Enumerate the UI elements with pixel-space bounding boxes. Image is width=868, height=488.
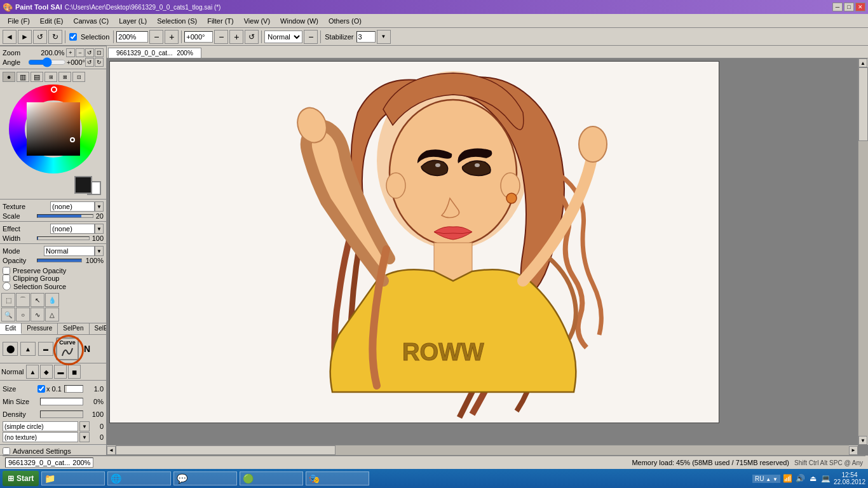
effect-arrow[interactable]: ▼ — [95, 224, 104, 234]
toolbar-rotate-cw[interactable]: ↻ — [48, 30, 62, 44]
tool-select-lasso[interactable]: ⌒ — [16, 293, 30, 307]
tray-sound[interactable]: 🔊 — [796, 473, 806, 484]
vscroll-track[interactable] — [858, 67, 868, 436]
brush-type-a[interactable]: ▲ — [26, 365, 39, 379]
tray-network[interactable]: 📶 — [783, 473, 793, 484]
menu-filter[interactable]: Filter (T) — [202, 16, 239, 26]
menu-view[interactable]: View (V) — [239, 16, 275, 26]
mode-arrow[interactable]: ▼ — [95, 246, 104, 256]
vscroll-up-btn[interactable]: ▲ — [858, 58, 867, 67]
zoom-reset-btn[interactable]: ↺ — [85, 48, 94, 57]
hscroll-thumb[interactable] — [116, 445, 336, 455]
texture-value[interactable]: (none) — [50, 201, 95, 212]
mode-minus[interactable]: − — [304, 30, 318, 44]
pen-tab-selpen[interactable]: SelPen — [58, 323, 89, 334]
color-mode-s[interactable]: ▤ — [31, 72, 43, 82]
tool-move[interactable]: ↖ — [31, 293, 44, 307]
color-mode-g2[interactable]: ⊠ — [58, 72, 71, 82]
zoom-out-btn[interactable]: − — [76, 48, 85, 57]
pen-tab-seleras[interactable]: SelEras — [90, 323, 107, 334]
brush-type-c[interactable]: ▬ — [54, 365, 67, 379]
stabilizer-dropdown[interactable]: ▼ — [377, 30, 391, 44]
stabilizer-input[interactable] — [356, 31, 376, 43]
menu-file[interactable]: File (F) — [3, 16, 35, 26]
file-status-box[interactable]: 9661329_0_0_cat... 200% — [5, 458, 93, 468]
tool-brush[interactable]: ∿ — [31, 308, 44, 322]
taskbar-icq[interactable]: 🟢 — [240, 471, 303, 485]
main-canvas[interactable]: ROWW — [109, 61, 719, 423]
zoom-minus[interactable]: − — [149, 30, 163, 44]
no-texture-arrow[interactable]: ▼ — [79, 432, 90, 442]
menu-others[interactable]: Others (O) — [323, 16, 367, 26]
curve-tool-btn[interactable]: Curve — [56, 337, 79, 360]
color-mode-h[interactable]: ▥ — [17, 72, 29, 82]
simple-circle-arrow[interactable]: ▼ — [79, 421, 90, 431]
minsize-slider[interactable] — [40, 398, 83, 405]
taskbar-time[interactable]: 12:54 22.08.2012 — [834, 471, 865, 485]
menu-window[interactable]: Window (W) — [275, 16, 323, 26]
zoom-in-btn[interactable]: + — [66, 48, 75, 57]
brush-type-d[interactable]: ◼ — [68, 365, 81, 379]
maximize-button[interactable]: □ — [844, 3, 854, 11]
hscroll-track[interactable] — [116, 445, 849, 455]
size-slider[interactable] — [64, 385, 83, 393]
density-slider[interactable] — [40, 410, 83, 418]
selection-checkbox[interactable] — [69, 33, 77, 41]
width-slider[interactable] — [37, 236, 90, 240]
taskbar-explorer[interactable]: 📁 — [41, 471, 105, 485]
tray-misc[interactable]: 💻 — [821, 473, 831, 484]
tool-eraser[interactable]: △ — [45, 308, 59, 322]
pen-icon-flat[interactable]: ▬ — [38, 342, 53, 356]
fg-color[interactable] — [74, 176, 92, 194]
toolbar-rotate-ccw[interactable]: ↺ — [33, 30, 47, 44]
brush-type-b[interactable]: ◆ — [40, 365, 53, 379]
mode-value[interactable]: Normal — [44, 246, 95, 256]
rotation-input[interactable] — [184, 31, 213, 43]
toolbar-back-btn[interactable]: ◄ — [3, 30, 17, 44]
taskbar-start-button[interactable]: ⊞ Start — [3, 471, 39, 486]
effect-dropdown[interactable]: (none) ▼ — [50, 224, 104, 234]
advanced-settings-checkbox[interactable] — [3, 447, 10, 455]
mode-select[interactable]: Normal — [264, 30, 302, 43]
pen-icon-tip[interactable]: ▲ — [20, 342, 36, 356]
hscroll-left-btn[interactable]: ◄ — [107, 446, 116, 455]
size-checkbox[interactable] — [37, 385, 45, 393]
vscroll-thumb[interactable] — [858, 67, 868, 141]
no-texture-select[interactable]: (no texture) — [3, 432, 78, 442]
file-tab-active[interactable]: 9661329_0_0_cat... 200% — [108, 48, 201, 58]
rotation-plus[interactable]: + — [229, 30, 243, 44]
pen-icon-angled[interactable]: ⬤ — [3, 342, 18, 356]
tool-eyedrop[interactable]: 💧 — [45, 293, 59, 307]
rotation-reset[interactable]: ↺ — [245, 30, 259, 44]
menu-canvas[interactable]: Canvas (C) — [69, 16, 114, 26]
scale-slider[interactable] — [37, 214, 93, 218]
texture-dropdown[interactable]: (none) ▼ — [50, 201, 104, 212]
opacity-slider[interactable] — [37, 259, 82, 262]
angle-ccw-btn[interactable]: ↺ — [85, 58, 94, 67]
tool-select-rect[interactable]: ⬚ — [1, 293, 15, 307]
rotation-minus[interactable]: − — [214, 30, 228, 44]
color-mode-g3[interactable]: ⊡ — [72, 72, 85, 82]
clipping-group-checkbox[interactable] — [3, 274, 10, 282]
color-mode-g1[interactable]: ⊞ — [44, 72, 57, 82]
lang-indicator[interactable]: RU ▲ ▼ — [752, 475, 780, 483]
preserve-opacity-checkbox[interactable] — [3, 267, 10, 274]
color-saturation-square[interactable] — [27, 102, 80, 156]
taskbar-skype[interactable]: 💬 — [173, 471, 237, 485]
zoom-plus[interactable]: + — [165, 30, 179, 44]
mode-dropdown[interactable]: Normal ▼ — [44, 246, 104, 256]
effect-value[interactable]: (none) — [50, 224, 95, 234]
zoom-fit-btn[interactable]: ⊡ — [95, 48, 104, 57]
angle-slider[interactable] — [28, 59, 66, 65]
tool-magnify[interactable]: 🔍 — [1, 308, 15, 322]
tool-rotate[interactable]: ○ — [16, 308, 30, 322]
angle-cw-btn[interactable]: ↻ — [95, 58, 104, 67]
canvas-area[interactable]: ROWW — [107, 58, 868, 455]
menu-layer[interactable]: Layer (L) — [114, 16, 152, 26]
selection-source-radio[interactable] — [3, 282, 11, 290]
close-button[interactable]: ✕ — [855, 3, 865, 11]
tray-safe-remove[interactable]: ⏏ — [808, 473, 818, 484]
minimize-button[interactable]: ─ — [832, 3, 843, 11]
color-mode-wheel[interactable]: ● — [3, 72, 15, 82]
texture-arrow[interactable]: ▼ — [95, 201, 104, 212]
